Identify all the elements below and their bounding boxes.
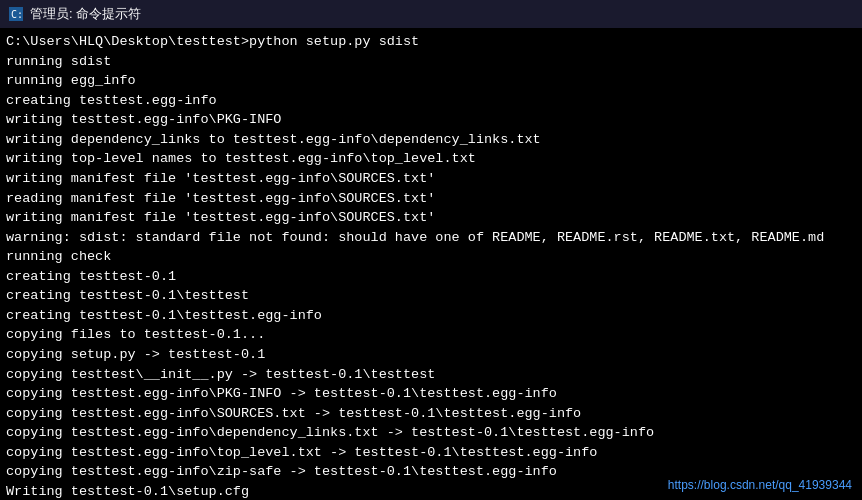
svg-text:C:: C: [11,9,23,20]
terminal-line: warning: sdist: standard file not found:… [6,228,856,248]
window-title: 管理员: 命令提示符 [30,5,141,23]
terminal-line: writing top-level names to testtest.egg-… [6,149,856,169]
terminal-line: reading manifest file 'testtest.egg-info… [6,189,856,209]
terminal-line: C:\Users\HLQ\Desktop\testtest>python set… [6,32,856,52]
terminal-line: creating testtest-0.1\testtest [6,286,856,306]
terminal-line: copying testtest.egg-info\SOURCES.txt ->… [6,404,856,424]
terminal-line: writing manifest file 'testtest.egg-info… [6,208,856,228]
terminal-line: running sdist [6,52,856,72]
terminal-line: running check [6,247,856,267]
terminal-line: copying testtest.egg-info\dependency_lin… [6,423,856,443]
terminal-line: copying testtest.egg-info\top_level.txt … [6,443,856,463]
terminal-line: creating testtest-0.1\testtest.egg-info [6,306,856,326]
watermark: https://blog.csdn.net/qq_41939344 [668,478,852,492]
terminal-line: writing testtest.egg-info\PKG-INFO [6,110,856,130]
title-bar: C: 管理员: 命令提示符 [0,0,862,28]
terminal-line: writing manifest file 'testtest.egg-info… [6,169,856,189]
terminal-line: copying testtest.egg-info\PKG-INFO -> te… [6,384,856,404]
terminal-line: creating testtest-0.1 [6,267,856,287]
terminal-line: copying testtest\__init__.py -> testtest… [6,365,856,385]
cmd-icon: C: [8,6,24,22]
terminal-line: copying setup.py -> testtest-0.1 [6,345,856,365]
terminal-line: writing dependency_links to testtest.egg… [6,130,856,150]
terminal-line: running egg_info [6,71,856,91]
terminal-body: C:\Users\HLQ\Desktop\testtest>python set… [0,28,862,500]
terminal-line: creating testtest.egg-info [6,91,856,111]
terminal-line: copying files to testtest-0.1... [6,325,856,345]
